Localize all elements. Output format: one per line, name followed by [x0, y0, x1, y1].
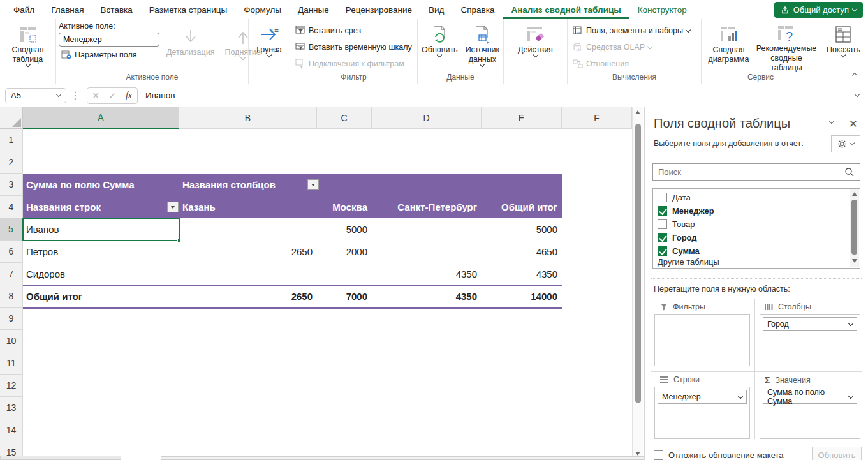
insert-slicer-button[interactable]: Вставить срез: [293, 24, 415, 37]
row-header-12[interactable]: 12: [0, 375, 23, 397]
filter-connections-button[interactable]: Подключения к фильтрам: [293, 57, 415, 70]
scroll-up-icon[interactable]: [635, 110, 640, 114]
row-header-9[interactable]: 9: [0, 308, 23, 330]
enter-icon[interactable]: ✓: [104, 88, 121, 103]
scroll-down-icon[interactable]: [635, 452, 640, 456]
cell-b3[interactable]: Названия столбцов: [179, 174, 307, 196]
cell-c5[interactable]: 5000: [317, 218, 372, 241]
tools-button[interactable]: [831, 135, 860, 152]
actions-button[interactable]: Действия: [515, 22, 556, 72]
tab-review[interactable]: Рецензирование: [337, 0, 420, 19]
row-header-4[interactable]: 4: [0, 196, 23, 218]
filters-drop-zone[interactable]: [654, 314, 750, 366]
field-item-city[interactable]: Город: [653, 231, 860, 244]
show-button[interactable]: Показать: [823, 22, 864, 72]
field-list-scrollbar[interactable]: [850, 189, 859, 267]
search-box[interactable]: [652, 163, 860, 181]
fields-items-sets-button[interactable]: fx Поля, элементы и наборы: [570, 24, 698, 37]
vertical-scrollbar[interactable]: [632, 107, 643, 460]
fill-handle[interactable]: [177, 239, 181, 242]
tab-data[interactable]: Данные: [290, 0, 337, 19]
checkbox-unchecked-icon[interactable]: [658, 219, 667, 229]
values-field-chip[interactable]: Сумма по полю Сумма: [763, 390, 857, 404]
field-settings-button[interactable]: Параметры поля: [59, 48, 159, 61]
cell-a8[interactable]: Общий итог: [23, 285, 179, 308]
cell-e8[interactable]: 14000: [482, 285, 562, 308]
row-header-8[interactable]: 8: [0, 285, 23, 308]
checkbox-checked-icon[interactable]: [658, 206, 667, 216]
recommended-pivottables-button[interactable]: ? Рекомендуемые сводные таблицы: [756, 22, 817, 72]
row-header-3[interactable]: 3: [0, 174, 23, 196]
column-header-b[interactable]: B: [179, 107, 317, 129]
pivot-chart-button[interactable]: Сводная диаграмма: [704, 22, 753, 72]
cancel-icon[interactable]: ✕: [87, 88, 104, 103]
cell-d7[interactable]: 4350: [372, 263, 482, 285]
field-item-manager[interactable]: Менеджер: [653, 204, 860, 218]
column-labels-filter-button[interactable]: [307, 179, 319, 190]
share-button[interactable]: Общий доступ: [774, 2, 863, 18]
column-header-a[interactable]: A: [23, 107, 179, 129]
row-labels-filter-button[interactable]: [167, 202, 179, 212]
cell-e5[interactable]: 5000: [482, 218, 562, 241]
pivot-table-button[interactable]: Сводная таблица: [3, 22, 53, 72]
cell-e7[interactable]: 4350: [482, 263, 562, 285]
select-all-corner[interactable]: [0, 107, 23, 129]
cell-b4[interactable]: Казань: [179, 196, 317, 218]
checkbox-checked-icon[interactable]: [658, 233, 667, 242]
row-header-13[interactable]: 13: [0, 397, 23, 419]
insert-timeline-button[interactable]: Вставить временную шкалу: [293, 41, 415, 54]
rows-field-chip[interactable]: Менеджер: [658, 390, 747, 404]
tab-formulas[interactable]: Формулы: [235, 0, 290, 19]
checkbox-checked-icon[interactable]: [658, 246, 667, 256]
row-header-7[interactable]: 7: [0, 263, 23, 285]
row-header-14[interactable]: 14: [0, 419, 23, 441]
columns-field-chip[interactable]: Город: [763, 317, 857, 331]
row-header-5[interactable]: 5: [0, 218, 23, 241]
tab-pivottable-analyze[interactable]: Анализ сводной таблицы: [503, 0, 629, 19]
search-input[interactable]: [653, 167, 844, 177]
tab-help[interactable]: Справка: [452, 0, 503, 19]
olap-tools-button[interactable]: fx Средства OLAP: [570, 41, 698, 54]
rows-drop-zone[interactable]: Менеджер: [654, 387, 750, 439]
change-data-source-button[interactable]: Источник данных: [462, 22, 503, 72]
active-field-input[interactable]: [59, 33, 159, 47]
cell-d4[interactable]: Санкт-Петербург: [372, 196, 482, 218]
row-header-11[interactable]: 11: [0, 352, 23, 375]
formula-input[interactable]: Иванов: [138, 91, 855, 100]
pane-options-chevron-icon[interactable]: [829, 119, 834, 124]
cell-b8[interactable]: 2650: [179, 285, 317, 308]
row-header-10[interactable]: 10: [0, 330, 23, 352]
field-item-data[interactable]: Дата: [653, 191, 860, 204]
group-button[interactable]: Группа: [253, 22, 285, 72]
expand-formula-bar-icon[interactable]: [855, 92, 860, 97]
cell-b6[interactable]: 2650: [179, 241, 317, 263]
tab-view[interactable]: Вид: [420, 0, 452, 19]
insert-function-icon[interactable]: fx: [121, 88, 137, 103]
tab-home[interactable]: Главная: [43, 0, 92, 19]
name-box[interactable]: A5: [5, 88, 66, 103]
checkbox-unchecked-icon[interactable]: [658, 193, 667, 202]
values-drop-zone[interactable]: Сумма по полю Сумма: [760, 387, 860, 439]
scrollbar-thumb[interactable]: [635, 124, 641, 403]
cell-c4[interactable]: Москва: [317, 196, 372, 218]
refresh-button[interactable]: Обновить: [418, 22, 461, 72]
field-item-product[interactable]: Товар: [653, 218, 860, 231]
scrollbar-thumb[interactable]: [851, 200, 857, 255]
cell-c8[interactable]: 7000: [317, 285, 372, 308]
cell-e4[interactable]: Общий итог: [482, 196, 562, 218]
defer-layout-update[interactable]: Отложить обновление макета: [654, 450, 784, 460]
cell-a3[interactable]: Сумма по полю Сумма: [23, 174, 179, 196]
tab-page-layout[interactable]: Разметка страницы: [141, 0, 235, 19]
cell-a4[interactable]: Названия строк: [23, 196, 167, 218]
cell-a6[interactable]: Петров: [23, 241, 179, 263]
cell-a7[interactable]: Сидоров: [23, 263, 179, 285]
field-item-sum[interactable]: Сумма: [653, 244, 860, 258]
checkbox-unchecked-icon[interactable]: [654, 450, 663, 460]
column-header-d[interactable]: D: [372, 107, 482, 129]
column-header-f[interactable]: F: [562, 107, 632, 129]
tab-design[interactable]: Конструктор: [629, 0, 695, 19]
column-header-c[interactable]: C: [317, 107, 372, 129]
update-button[interactable]: Обновить: [812, 447, 862, 460]
columns-drop-zone[interactable]: Город: [760, 314, 860, 366]
tab-insert[interactable]: Вставка: [92, 0, 141, 19]
